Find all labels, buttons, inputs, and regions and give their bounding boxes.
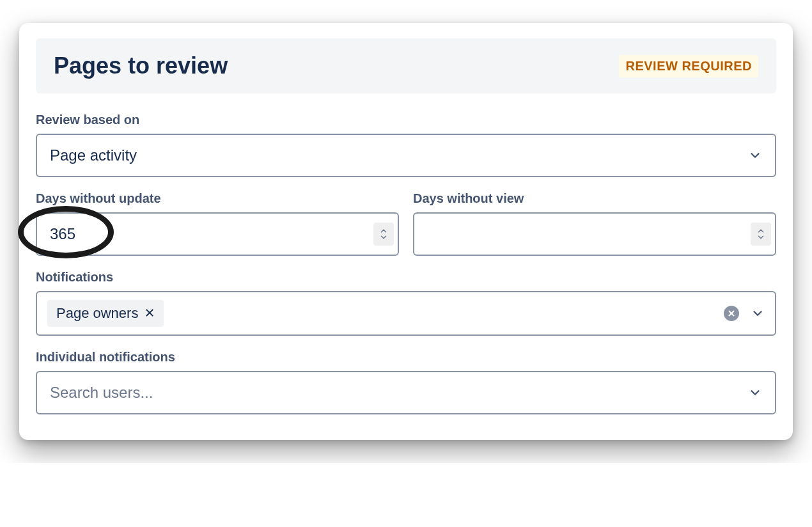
days-without-update-input[interactable]: 365 bbox=[36, 212, 399, 256]
days-without-update-group: Days without update 365 bbox=[36, 191, 399, 256]
individual-notifications-select[interactable]: Search users... bbox=[36, 371, 776, 414]
chevron-down-icon bbox=[379, 234, 388, 240]
review-based-on-group: Review based on Page activity bbox=[36, 113, 776, 177]
number-stepper[interactable] bbox=[751, 223, 771, 246]
notifications-group: Notifications Page owners bbox=[36, 270, 776, 336]
header-bar: Pages to review REVIEW REQUIRED bbox=[36, 38, 776, 93]
days-without-view-input[interactable] bbox=[413, 212, 776, 256]
notifications-select[interactable]: Page owners bbox=[36, 291, 776, 336]
number-stepper[interactable] bbox=[373, 223, 394, 246]
clear-all-button[interactable] bbox=[724, 306, 739, 321]
review-based-on-value: Page activity bbox=[50, 146, 748, 164]
page-title: Pages to review bbox=[54, 52, 228, 79]
notification-tag-label: Page owners bbox=[56, 305, 138, 322]
review-based-on-select[interactable]: Page activity bbox=[36, 134, 776, 177]
individual-notifications-placeholder: Search users... bbox=[50, 384, 748, 402]
chevron-down-icon bbox=[748, 386, 762, 400]
days-without-view-label: Days without view bbox=[413, 191, 776, 206]
chevron-down-icon bbox=[748, 148, 762, 162]
remove-tag-button[interactable] bbox=[144, 305, 155, 322]
status-badge: REVIEW REQUIRED bbox=[619, 55, 758, 77]
review-based-on-label: Review based on bbox=[36, 113, 776, 127]
individual-notifications-group: Individual notifications Search users... bbox=[36, 350, 776, 414]
days-without-update-value: 365 bbox=[50, 225, 75, 243]
chevron-up-icon bbox=[756, 228, 765, 234]
settings-card: Pages to review REVIEW REQUIRED Review b… bbox=[19, 23, 793, 440]
notifications-label: Notifications bbox=[36, 270, 776, 285]
days-without-view-group: Days without view bbox=[413, 191, 776, 256]
chevron-up-icon bbox=[379, 228, 388, 234]
chevron-down-icon bbox=[751, 306, 765, 320]
chevron-down-icon bbox=[756, 234, 765, 240]
notification-tag: Page owners bbox=[47, 300, 164, 327]
individual-notifications-label: Individual notifications bbox=[36, 350, 776, 365]
days-without-update-label: Days without update bbox=[36, 191, 399, 206]
